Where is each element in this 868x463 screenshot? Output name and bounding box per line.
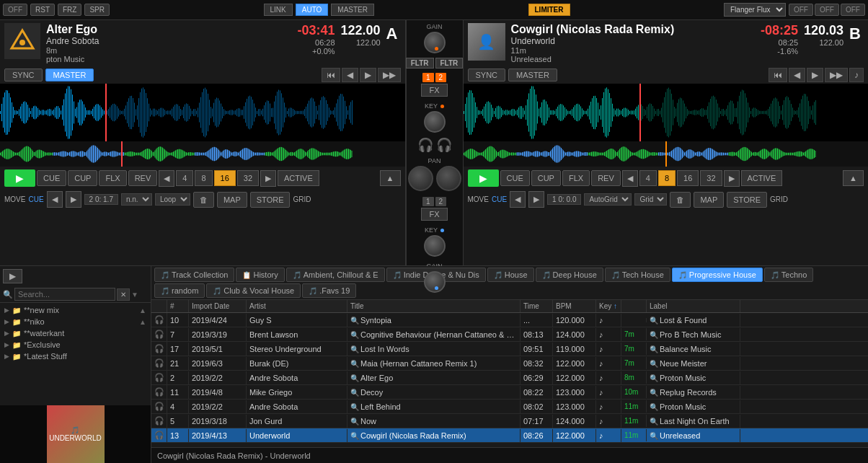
fx-a-2[interactable]: 2 <box>435 73 447 82</box>
th-date[interactable]: Import Date <box>189 300 247 312</box>
deck-a-delete[interactable]: 🗑 <box>193 192 214 208</box>
deck-b-next2[interactable]: ▶ <box>528 191 544 208</box>
pan-b-knob[interactable] <box>436 166 461 191</box>
deck-b-play[interactable]: ▶ <box>468 169 499 187</box>
fx-a-1[interactable]: 1 <box>422 73 434 82</box>
deck-b-loop-32[interactable]: 32 <box>700 170 722 186</box>
rst-button[interactable]: RST <box>30 4 55 16</box>
deck-b-loop-next[interactable]: ▶ <box>724 170 740 187</box>
master-button[interactable]: MASTER <box>331 4 374 16</box>
flanger-select[interactable]: Flanger Flux <box>724 3 786 17</box>
th-bpm[interactable]: BPM <box>553 300 596 312</box>
fx-off-1[interactable]: OFF <box>789 4 813 16</box>
deck-b-map[interactable]: MAP <box>694 192 724 208</box>
deck-b-loop-label[interactable]: AutoGrid <box>584 193 632 206</box>
deck-a-waveform-main[interactable] <box>0 84 405 141</box>
deck-a-cup[interactable]: CUP <box>68 170 97 186</box>
key-b-knob[interactable] <box>424 235 446 257</box>
table-row[interactable]: 🎧 4 2019/2/2 Andre Sobota 🔍Left Behind 0… <box>151 400 868 414</box>
spr-button[interactable]: SPR <box>84 4 110 16</box>
deck-b-prev2[interactable]: ◀ <box>510 191 526 208</box>
deck-b-master[interactable]: MASTER <box>508 69 557 81</box>
deck-b-play-pause[interactable]: ▶ <box>807 68 823 82</box>
table-row[interactable]: 🎧 5 2019/3/18 Jon Gurd 🔍Now 07:17 124.00… <box>151 414 868 428</box>
table-row-selected[interactable]: 🎧 13 2019/4/13 Underworld 🔍Cowgirl (Nico… <box>151 428 868 443</box>
tab-favs[interactable]: 🎵 .Favs 19 <box>302 283 356 298</box>
th-label[interactable]: Label <box>647 300 740 312</box>
tab-deep-house[interactable]: 🎵 Deep House <box>536 268 603 282</box>
table-row[interactable]: 🎧 17 2019/5/1 Stereo Underground 🔍Lost I… <box>151 342 868 356</box>
fx-b-1[interactable]: 1 <box>422 197 434 206</box>
deck-a-play-pause[interactable]: ▶ <box>360 68 376 82</box>
table-row[interactable]: 🎧 21 2019/6/3 Burak (DE) 🔍Maia (Hernan C… <box>151 356 868 371</box>
table-row[interactable]: 🎧 2 2019/2/2 Andre Sobota 🔍Alter Ego 06:… <box>151 371 868 385</box>
deck-a-cue[interactable]: CUE <box>37 170 66 186</box>
sidebar-item-exclusive[interactable]: ▶ 📁 *Exclusive <box>1 339 149 350</box>
deck-b-rev[interactable]: REV <box>591 170 621 186</box>
fx-off-3[interactable]: OFF <box>841 4 865 16</box>
deck-a-prev2[interactable]: ◀ <box>47 191 63 208</box>
filter-a-btn[interactable]: FLTR <box>406 58 434 69</box>
deck-b-cup[interactable]: CUP <box>531 170 561 186</box>
th-key[interactable]: Key <box>596 300 621 312</box>
table-row[interactable]: 🎧 7 2019/3/19 Brent Lawson 🔍Cognitive Be… <box>151 327 868 342</box>
deck-b-waveform-main[interactable] <box>464 84 869 141</box>
deck-b-store[interactable]: STORE <box>727 192 767 208</box>
deck-b-cue[interactable]: CUE <box>500 170 530 186</box>
deck-a-loop-next[interactable]: ▶ <box>260 170 276 187</box>
deck-b-loop-16[interactable]: 16 <box>677 170 699 186</box>
pan-a-knob[interactable] <box>408 166 433 191</box>
deck-b-waveform-mini[interactable] <box>464 141 869 167</box>
gain-a-knob[interactable] <box>424 32 446 53</box>
table-row[interactable]: 🎧 11 2019/4/8 Mike Griego 🔍Decoy 08:22 1… <box>151 385 868 400</box>
gain-b-knob[interactable] <box>424 271 446 293</box>
fx-b-2[interactable]: 2 <box>435 197 447 206</box>
tab-tech-house[interactable]: 🎵 Tech House <box>605 268 670 282</box>
deck-a-active[interactable]: ACTIVE <box>278 170 319 186</box>
th-time[interactable]: Time <box>521 300 553 312</box>
auto-button[interactable]: AUTO <box>296 4 329 16</box>
filter-b-btn[interactable]: FLTR <box>435 58 464 69</box>
deck-a-loop-4[interactable]: 4 <box>176 170 193 186</box>
tab-techno[interactable]: 🎵 Techno <box>764 268 813 282</box>
deck-a-loop-32[interactable]: 32 <box>237 170 259 186</box>
tab-track-collection[interactable]: 🎵 Track Collection <box>154 268 234 282</box>
key-a-knob[interactable] <box>424 111 446 133</box>
search-clear[interactable]: ✕ <box>117 288 130 301</box>
deck-a-loop-select[interactable]: n.n. <box>121 193 152 206</box>
link-button[interactable]: LINK <box>264 4 293 16</box>
deck-b-prev[interactable]: ◀ <box>789 68 805 82</box>
deck-b-loop-8[interactable]: 8 <box>658 170 676 186</box>
deck-a-expand[interactable]: ▲ <box>380 170 401 186</box>
th-title[interactable]: Title <box>347 300 521 312</box>
deck-a-next[interactable]: ▶▶ <box>378 68 401 82</box>
deck-b-expand[interactable]: ▲ <box>843 170 864 186</box>
frz-button[interactable]: FRZ <box>58 4 81 16</box>
deck-a-play[interactable]: ▶ <box>4 169 35 187</box>
deck-a-sync[interactable]: SYNC <box>4 69 43 81</box>
fx-a-btn[interactable]: FX <box>421 84 447 97</box>
th-artist[interactable]: Artist <box>247 300 347 312</box>
deck-a-rev[interactable]: REV <box>128 170 158 186</box>
deck-b-note[interactable]: ♪ <box>849 68 864 82</box>
deck-b-loop-type[interactable]: Grid <box>634 193 667 206</box>
limiter-button[interactable]: LIMITER <box>528 4 570 16</box>
deck-a-skip-start[interactable]: ⏮ <box>322 68 340 82</box>
sidebar-item-new-mix[interactable]: ▶ 📁 **new mix ▲ <box>1 304 149 316</box>
deck-a-flx[interactable]: FLX <box>99 170 126 186</box>
deck-a-next2[interactable]: ▶ <box>66 191 81 208</box>
th-num[interactable]: # <box>167 300 189 312</box>
fx-b-btn[interactable]: FX <box>421 208 447 221</box>
headphone-b-icon[interactable]: 🎧 <box>436 137 452 153</box>
table-row[interactable]: 🎧 10 2019/4/24 Guy S 🔍Syntopia ... 120.0… <box>151 313 868 327</box>
sidebar-item-niko[interactable]: ▶ 📁 **niko ▲ <box>1 316 149 327</box>
deck-b-loop-4[interactable]: 4 <box>639 170 657 186</box>
tab-club-vocal[interactable]: 🎵 Club & Vocal House <box>206 283 301 298</box>
deck-a-prev[interactable]: ◀ <box>342 68 358 82</box>
headphone-a-icon[interactable]: 🎧 <box>417 137 433 153</box>
deck-a-map[interactable]: MAP <box>217 192 247 208</box>
deck-b-active[interactable]: ACTIVE <box>741 170 783 186</box>
sidebar-play[interactable]: ▶ <box>3 269 22 283</box>
sidebar-item-latest[interactable]: ▶ 📁 *Latest Stuff <box>1 350 149 362</box>
deck-a-store[interactable]: STORE <box>250 192 291 208</box>
